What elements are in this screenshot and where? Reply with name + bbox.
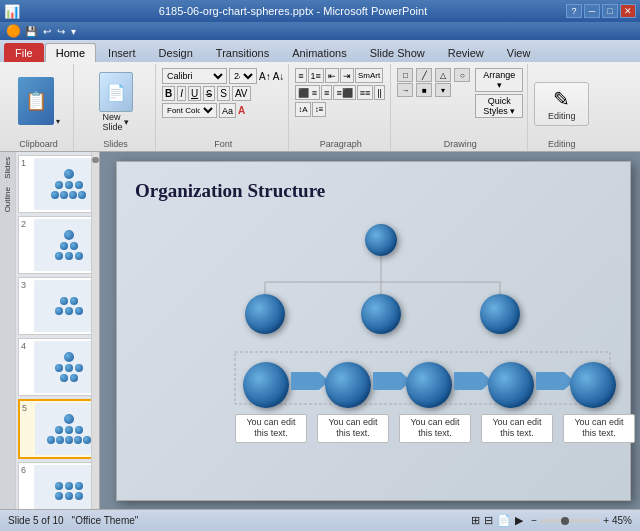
zoom-in-icon[interactable]: + xyxy=(603,515,609,526)
slide-panel-tab[interactable]: Slides xyxy=(3,154,12,182)
normal-view-btn[interactable]: ⊞ xyxy=(471,514,480,527)
new-slide-btn[interactable]: 📄 NewSlide ▾ xyxy=(96,70,136,134)
tab-animations[interactable]: Animations xyxy=(281,43,357,62)
convert-to-smartart-btn[interactable]: SmArt xyxy=(355,68,383,83)
paste-btn[interactable]: 📋 ▾ xyxy=(15,75,63,128)
tab-design[interactable]: Design xyxy=(148,43,204,62)
quick-styles-btn[interactable]: Quick Styles ▾ xyxy=(475,94,523,118)
zoom-slider[interactable]: − + 45% xyxy=(531,515,632,526)
drawing-label: Drawing xyxy=(444,137,477,149)
editing-btn[interactable]: ✎ Editing xyxy=(534,82,589,126)
qa-dropdown-btn[interactable]: ▾ xyxy=(69,26,78,37)
font-color-btn[interactable]: A xyxy=(238,105,245,116)
tab-home[interactable]: Home xyxy=(45,43,96,62)
tab-insert[interactable]: Insert xyxy=(97,43,147,62)
tab-view[interactable]: View xyxy=(496,43,542,62)
theme-info: "Office Theme" xyxy=(72,515,139,526)
editing-icon: ✎ xyxy=(553,87,570,111)
tab-slideshow[interactable]: Slide Show xyxy=(359,43,436,62)
editing-group-label: Editing xyxy=(548,137,576,149)
new-slide-icon: 📄 xyxy=(99,72,133,112)
tab-transitions[interactable]: Transitions xyxy=(205,43,280,62)
shape-arrow[interactable]: → xyxy=(397,83,413,97)
shape-rect[interactable]: □ xyxy=(397,68,413,82)
font-group: Calibri 24 A↑ A↓ B I U S̶ S AV Font Colo… xyxy=(158,64,289,151)
tab-file[interactable]: File xyxy=(4,43,44,62)
slide-sorter-btn[interactable]: ⊟ xyxy=(484,514,493,527)
shape-tri[interactable]: △ xyxy=(435,68,451,82)
font-family-select[interactable]: Calibri xyxy=(162,68,227,84)
decrease-indent-btn[interactable]: ⇤ xyxy=(325,68,339,83)
increase-indent-btn[interactable]: ⇥ xyxy=(340,68,354,83)
slide-info: Slide 5 of 10 xyxy=(8,515,64,526)
ribbon-tabs: File Home Insert Design Transitions Anim… xyxy=(0,40,640,62)
tab-review[interactable]: Review xyxy=(437,43,495,62)
paste-dropdown[interactable]: ▾ xyxy=(56,117,60,126)
slide-thumb-4[interactable]: 4 xyxy=(18,338,91,396)
outline-panel-tab[interactable]: Outline xyxy=(3,184,12,215)
text-box-3[interactable]: You can edit this text. xyxy=(399,414,471,443)
paragraph-label: Paragraph xyxy=(320,137,362,149)
shape-oval[interactable]: ○ xyxy=(454,68,470,82)
text-box-1[interactable]: You can edit this text. xyxy=(235,414,307,443)
sphere-row3-2 xyxy=(325,362,371,408)
sphere-row2-right xyxy=(480,294,520,334)
redo-qa-btn[interactable]: ↪ xyxy=(55,26,67,37)
text-direction-btn[interactable]: ↕A xyxy=(295,102,310,117)
italic-btn[interactable]: I xyxy=(177,86,186,101)
slide-preview-5 xyxy=(35,403,91,455)
text-box-4[interactable]: You can edit this text. xyxy=(481,414,553,443)
slides-label: Slides xyxy=(103,137,128,149)
align-center-btn[interactable]: ≡ xyxy=(321,85,332,100)
font-size-select[interactable]: 24 xyxy=(229,68,257,84)
slideshow-btn[interactable]: ▶ xyxy=(515,514,523,527)
align-left-btn[interactable]: ⬛ ≡ xyxy=(295,85,320,100)
justify-btn[interactable]: ≡≡ xyxy=(357,85,374,100)
slide-thumb-2[interactable]: 2 xyxy=(18,216,91,274)
arrow-3 xyxy=(454,372,492,390)
sphere-row3-1 xyxy=(243,362,289,408)
status-bar: Slide 5 of 10 "Office Theme" ⊞ ⊟ 📄 ▶ − +… xyxy=(0,509,640,531)
strikethrough-btn[interactable]: S̶ xyxy=(203,86,215,101)
undo-qa-btn[interactable]: ↩ xyxy=(41,26,53,37)
slide-thumb-6[interactable]: 6 xyxy=(18,462,91,509)
slide-num-1: 1 xyxy=(21,158,31,168)
save-qa-btn[interactable]: 💾 xyxy=(23,26,39,37)
slide-preview-6 xyxy=(34,465,91,509)
shape-line[interactable]: ╱ xyxy=(416,68,432,82)
slide-canvas-area[interactable]: Organization Structure xyxy=(100,152,640,509)
shape-block[interactable]: ■ xyxy=(416,83,432,97)
decrease-font-btn[interactable]: A↓ xyxy=(273,71,285,82)
slide-thumb-1[interactable]: 1 xyxy=(18,155,91,213)
slide-thumb-3[interactable]: 3 xyxy=(18,277,91,335)
slide-thumb-5[interactable]: 5 xyxy=(18,399,91,459)
increase-font-btn[interactable]: A↑ xyxy=(259,71,271,82)
maximize-btn[interactable]: □ xyxy=(602,4,618,18)
align-right-btn[interactable]: ≡⬛ xyxy=(333,85,355,100)
numbering-btn[interactable]: 1≡ xyxy=(308,68,324,83)
pp-icon: 🟠 xyxy=(6,24,21,38)
help-btn[interactable]: ? xyxy=(566,4,582,18)
slide-preview-1 xyxy=(34,158,91,210)
reading-view-btn[interactable]: 📄 xyxy=(497,514,511,527)
text-box-5[interactable]: You can edit this text. xyxy=(563,414,635,443)
close-btn[interactable]: ✕ xyxy=(620,4,636,18)
minimize-btn[interactable]: ─ xyxy=(584,4,600,18)
slide-canvas[interactable]: Organization Structure xyxy=(116,161,631,501)
bold-btn[interactable]: B xyxy=(162,86,175,101)
columns-btn[interactable]: || xyxy=(374,85,385,100)
char-spacing-btn[interactable]: AV xyxy=(232,86,251,101)
bullets-btn[interactable]: ≡ xyxy=(295,68,306,83)
zoom-level: 45% xyxy=(612,515,632,526)
zoom-out-icon[interactable]: − xyxy=(531,515,537,526)
change-case-btn[interactable]: Aa xyxy=(219,103,236,118)
shadow-btn[interactable]: S xyxy=(217,86,230,101)
underline-btn[interactable]: U xyxy=(188,86,201,101)
slide-preview-2 xyxy=(34,219,91,271)
text-box-2[interactable]: You can edit this text. xyxy=(317,414,389,443)
align-text-btn[interactable]: ↕≡ xyxy=(312,102,327,117)
sidebar-scrollbar[interactable] xyxy=(91,152,99,509)
arrange-btn[interactable]: Arrange ▾ xyxy=(475,68,523,92)
font-color-select[interactable]: Font Color xyxy=(162,103,217,118)
shape-more[interactable]: ▾ xyxy=(435,83,451,97)
